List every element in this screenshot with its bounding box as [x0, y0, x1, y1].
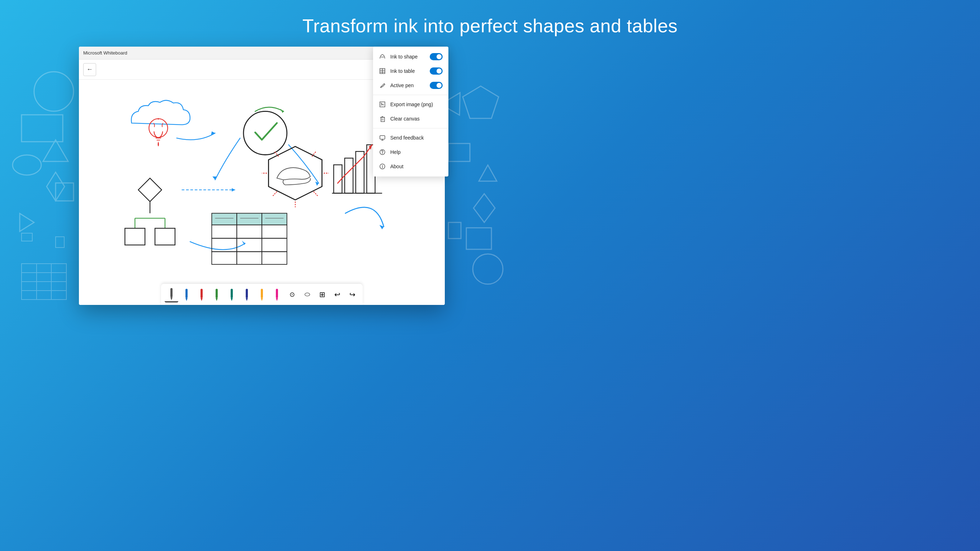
svg-marker-18	[479, 165, 497, 181]
svg-marker-77	[200, 298, 203, 301]
svg-rect-72	[170, 288, 173, 298]
menu-item-send-feedback[interactable]: Send feedback	[373, 131, 449, 145]
svg-rect-86	[276, 289, 278, 298]
svg-rect-17	[449, 143, 470, 161]
svg-rect-82	[246, 289, 248, 298]
svg-marker-46	[232, 188, 235, 191]
export-image-icon	[379, 101, 386, 108]
svg-rect-74	[185, 289, 188, 298]
send-feedback-icon	[379, 134, 386, 141]
menu-item-ink-to-table[interactable]: Ink to table	[373, 64, 449, 78]
svg-rect-100	[380, 135, 385, 139]
svg-rect-70	[262, 252, 287, 264]
ink-to-table-label: Ink to table	[390, 68, 425, 74]
svg-marker-83	[246, 298, 248, 301]
svg-marker-19	[474, 194, 495, 222]
context-menu: Ink to shape Ink to table Active pen Exp…	[373, 47, 449, 177]
ink-to-table-toggle[interactable]	[430, 67, 443, 75]
svg-rect-44	[155, 228, 175, 245]
menu-item-help[interactable]: Help	[373, 145, 449, 159]
checkmark-circle-drawing	[212, 107, 318, 186]
svg-rect-20	[449, 222, 461, 239]
svg-rect-57	[237, 213, 262, 225]
pen-tool-white[interactable]	[165, 287, 178, 303]
pen-tool-yellow[interactable]	[255, 287, 269, 303]
svg-marker-38	[138, 178, 161, 202]
pen-tool-pink[interactable]	[270, 287, 284, 303]
active-pen-toggle[interactable]	[430, 82, 443, 89]
svg-marker-73	[170, 298, 173, 300]
pen-tool-red[interactable]	[195, 287, 208, 303]
svg-marker-79	[216, 298, 218, 301]
svg-point-22	[473, 254, 503, 284]
svg-rect-1	[22, 115, 63, 142]
back-button[interactable]: ←	[83, 63, 96, 76]
menu-item-active-pen[interactable]: Active pen	[373, 78, 449, 92]
svg-rect-8	[56, 237, 64, 247]
svg-marker-6	[20, 213, 34, 231]
window-title: Microsoft Whiteboard	[83, 50, 127, 56]
svg-marker-87	[276, 298, 278, 301]
ink-to-shape-toggle[interactable]	[430, 53, 443, 60]
svg-point-3	[13, 155, 41, 175]
ink-to-table-icon	[379, 67, 386, 75]
svg-rect-66	[237, 238, 262, 252]
redo-button[interactable]: ↪	[345, 287, 359, 303]
svg-rect-68	[212, 252, 237, 264]
about-icon	[379, 163, 386, 170]
svg-rect-78	[216, 289, 218, 298]
svg-rect-67	[262, 238, 287, 252]
svg-rect-62	[212, 225, 237, 238]
pen-tool-teal[interactable]	[225, 287, 239, 303]
menu-item-clear-canvas[interactable]: Clear canvas	[373, 111, 449, 126]
svg-point-28	[243, 111, 287, 154]
table-drawing	[212, 213, 287, 264]
svg-rect-80	[231, 289, 233, 298]
svg-rect-63	[237, 225, 262, 238]
svg-rect-43	[125, 228, 145, 245]
menu-item-about[interactable]: About	[373, 159, 449, 174]
svg-rect-76	[200, 289, 203, 298]
svg-rect-58	[262, 213, 287, 225]
help-label: Help	[390, 149, 443, 155]
help-icon	[379, 148, 386, 156]
svg-rect-69	[237, 252, 262, 264]
send-feedback-label: Send feedback	[390, 135, 443, 141]
svg-point-107	[382, 165, 383, 166]
svg-marker-85	[261, 298, 263, 301]
menu-item-export-image[interactable]: Export image (png)	[373, 97, 449, 111]
svg-rect-34	[345, 158, 353, 193]
menu-divider-1	[373, 95, 449, 95]
svg-rect-95	[381, 117, 385, 122]
shapes-tool[interactable]: ⊞	[315, 287, 329, 303]
svg-point-94	[381, 103, 382, 104]
eraser-tool[interactable]: ⊙	[285, 287, 299, 303]
active-pen-label: Active pen	[390, 83, 425, 88]
svg-rect-56	[212, 213, 237, 225]
svg-marker-81	[231, 298, 233, 301]
clear-canvas-label: Clear canvas	[390, 116, 443, 122]
lasso-tool[interactable]: ⬭	[300, 287, 314, 303]
menu-item-ink-to-shape[interactable]: Ink to shape	[373, 49, 449, 64]
svg-rect-21	[466, 228, 492, 249]
pen-tool-green[interactable]	[210, 287, 223, 303]
svg-point-104	[382, 153, 383, 154]
pen-tool-blue[interactable]	[180, 287, 193, 303]
svg-line-53	[273, 191, 277, 196]
clear-canvas-icon	[379, 115, 386, 122]
svg-line-54	[313, 191, 317, 196]
svg-marker-75	[185, 298, 188, 301]
ink-to-shape-icon	[379, 53, 386, 60]
page-title: Transform ink into perfect shapes and ta…	[302, 15, 678, 37]
svg-marker-16	[463, 86, 499, 118]
ink-to-shape-label: Ink to shape	[390, 54, 425, 59]
undo-button[interactable]: ↩	[330, 287, 344, 303]
svg-rect-5	[56, 183, 73, 201]
hexagon-shoe-drawing	[262, 147, 329, 207]
about-label: About	[390, 164, 443, 169]
cloud-lightbulb-drawing	[131, 100, 215, 147]
active-pen-icon	[379, 82, 386, 89]
svg-marker-4	[47, 172, 65, 201]
svg-marker-2	[43, 140, 68, 161]
pen-tool-navy[interactable]	[240, 287, 254, 303]
